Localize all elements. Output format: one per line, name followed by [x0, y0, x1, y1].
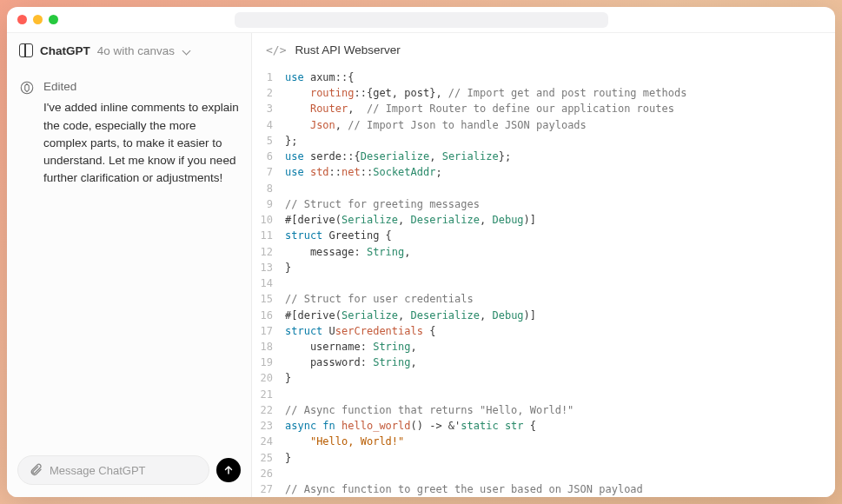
editor-body[interactable]: 1234567891011121314151617181920212223242…: [252, 66, 835, 497]
code-line[interactable]: #[derive(Serialize, Deserialize, Debug)]: [285, 308, 835, 323]
code-editor: </> Rust API Webserver 12345678910111213…: [252, 33, 835, 497]
code-line[interactable]: password: String,: [285, 355, 835, 370]
code-line[interactable]: [285, 181, 835, 196]
traffic-lights: [17, 15, 58, 24]
chat-sidebar: ChatGPT 4o with canvas Edited I've added…: [7, 33, 252, 497]
model-variant: 4o with canvas: [97, 44, 175, 57]
code-line[interactable]: #[derive(Serialize, Deserialize, Debug)]: [285, 212, 835, 228]
code-line[interactable]: routing::{get, post}, // Import get and …: [285, 85, 835, 101]
code-line[interactable]: // Struct for greeting messages: [285, 196, 835, 212]
message-title: Edited: [43, 78, 239, 96]
assistant-message: Edited I've added inline comments to exp…: [19, 78, 239, 188]
code-line[interactable]: }: [285, 450, 835, 466]
chevron-down-icon: [182, 46, 190, 55]
code-line[interactable]: [285, 466, 835, 481]
chat-input-row: Message ChatGPT: [7, 447, 251, 497]
app-window: ChatGPT 4o with canvas Edited I've added…: [7, 7, 835, 497]
code-line[interactable]: "Hello, World!": [285, 434, 835, 449]
code-line[interactable]: async fn hello_world() -> &'static str {: [285, 418, 835, 434]
code-line[interactable]: }: [285, 260, 835, 275]
model-selector[interactable]: ChatGPT 4o with canvas: [7, 33, 251, 66]
maximize-window-button[interactable]: [49, 15, 58, 24]
chat-input-placeholder: Message ChatGPT: [50, 464, 146, 477]
code-line[interactable]: use std::net::SocketAddr;: [285, 164, 835, 180]
code-icon: </>: [266, 43, 286, 56]
code-line[interactable]: // Async function that returns "Hello, W…: [285, 402, 835, 418]
message-text: I've added inline comments to explain th…: [43, 99, 239, 187]
close-window-button[interactable]: [17, 15, 27, 24]
message-body: Edited I've added inline comments to exp…: [43, 78, 239, 188]
titlebar-search[interactable]: [235, 12, 608, 28]
code-line[interactable]: struct Greeting {: [285, 228, 835, 243]
attach-icon[interactable]: [29, 463, 43, 477]
chat-messages: Edited I've added inline comments to exp…: [7, 66, 251, 447]
send-button[interactable]: [216, 458, 241, 482]
code-line[interactable]: // Async function to greet the user base…: [285, 481, 835, 497]
code-line[interactable]: };: [285, 133, 835, 149]
code-line[interactable]: username: String,: [285, 339, 835, 355]
code-line[interactable]: }: [285, 370, 835, 386]
code-line[interactable]: [285, 275, 835, 291]
model-name: ChatGPT: [40, 44, 90, 57]
line-gutter: 1234567891011121314151617181920212223242…: [252, 70, 282, 497]
code-content[interactable]: use axum::{ routing::{get, post}, // Imp…: [282, 70, 835, 497]
main-area: ChatGPT 4o with canvas Edited I've added…: [7, 33, 835, 497]
code-line[interactable]: use axum::{: [285, 70, 835, 85]
code-line[interactable]: message: String,: [285, 244, 835, 260]
code-line[interactable]: // Struct for user credentials: [285, 291, 835, 307]
editor-header: </> Rust API Webserver: [252, 33, 835, 66]
code-line[interactable]: use serde::{Deserialize, Serialize};: [285, 149, 835, 164]
sidebar-toggle-icon[interactable]: [19, 43, 33, 57]
code-line[interactable]: Json, // Import Json to handle JSON payl…: [285, 117, 835, 133]
code-line[interactable]: [285, 387, 835, 402]
titlebar: [7, 7, 835, 33]
assistant-avatar-icon: [19, 80, 35, 96]
chat-input[interactable]: Message ChatGPT: [17, 455, 209, 485]
minimize-window-button[interactable]: [33, 15, 43, 24]
editor-title: Rust API Webserver: [295, 43, 400, 56]
code-line[interactable]: struct UserCredentials {: [285, 323, 835, 339]
code-line[interactable]: Router, // Import Router to define our a…: [285, 101, 835, 116]
